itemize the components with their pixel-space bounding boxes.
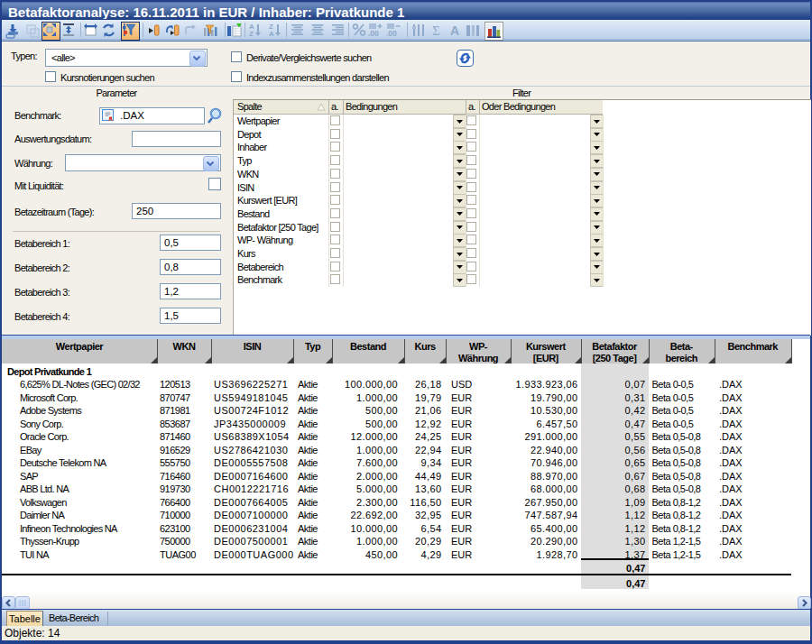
- svg-text:.00: .00: [386, 29, 397, 38]
- svg-text:A: A: [269, 30, 274, 38]
- svg-text:Z: Z: [249, 30, 254, 38]
- svg-text:Σ: Σ: [432, 23, 440, 37]
- svg-text:A: A: [450, 23, 459, 37]
- svg-text:.00: .00: [368, 29, 379, 38]
